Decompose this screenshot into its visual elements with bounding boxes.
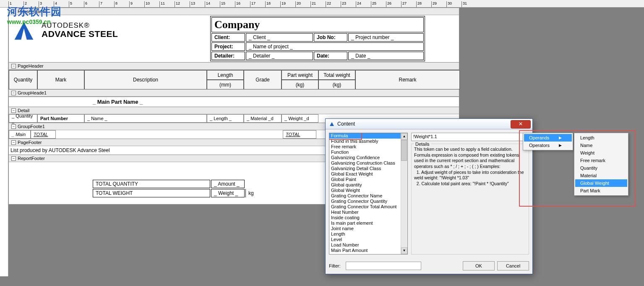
scroll-down-icon[interactable]: ▼ (401, 247, 407, 254)
menu-item[interactable]: Global Weight (575, 179, 627, 187)
col-mark[interactable]: Mark (37, 70, 84, 89)
menu-item[interactable]: Weight (575, 149, 627, 157)
scroll-thumb[interactable] (401, 140, 407, 161)
section-label: ReportFooter (18, 156, 45, 161)
detail-length[interactable]: _ Length _ (207, 114, 244, 123)
list-item[interactable]: Global Weight (329, 188, 407, 193)
col-quantity[interactable]: Quantity (9, 70, 37, 89)
formula-input[interactable]: !Weight*1.1 (411, 133, 529, 141)
detail-weight[interactable]: _ Weight _d (282, 114, 318, 123)
menu-item[interactable]: Length (575, 134, 627, 142)
section-group-header[interactable]: − GroupHeade1 _ Main Part Name _ (9, 89, 459, 107)
list-item[interactable]: Free remark (329, 144, 407, 150)
menu-item[interactable]: Part Mark (575, 187, 627, 194)
section-page-header[interactable]: − PageHeader Quantity Mark Description L… (9, 63, 459, 89)
company-info-table[interactable]: Company Client: _ Client _ Job No: _ Pro… (210, 16, 425, 61)
filter-input[interactable] (346, 262, 421, 270)
list-item[interactable]: Galvanizing Confidence (329, 155, 407, 160)
collapse-icon[interactable]: − (11, 108, 16, 113)
col-totalw[interactable]: Total weight (318, 70, 355, 80)
scroll-up-icon[interactable]: ▲ (401, 133, 407, 140)
date-value[interactable]: _ Date _ (348, 52, 424, 60)
list-item[interactable]: Grating Connector Name (329, 193, 407, 199)
list-item[interactable]: Grating Connector Total Amount (329, 204, 407, 210)
details-group: Details This token can be used to apply … (411, 144, 529, 255)
list-item[interactable]: Found in this assmebly (329, 139, 407, 144)
collapse-icon[interactable]: − (11, 9, 16, 14)
logo-text-2: ADVANCE STEEL (42, 29, 118, 39)
list-item[interactable]: Is main part element (329, 220, 407, 226)
total-qty-value[interactable]: _ Amount _ (211, 180, 245, 188)
list-item[interactable]: Load Number (329, 242, 407, 248)
collapse-icon[interactable]: − (11, 140, 16, 145)
cancel-button[interactable]: Cancel (497, 261, 529, 270)
col-totalw-unit[interactable]: (kg) (318, 80, 355, 89)
client-label: Client: (211, 33, 245, 42)
col-length[interactable]: Length (207, 70, 244, 80)
list-item[interactable]: Global Paint (329, 177, 407, 182)
menu-item[interactable]: Quantity (575, 164, 627, 172)
token-listbox[interactable]: FormulaFound in this assmeblyFree remark… (329, 133, 408, 255)
close-button[interactable]: ✕ (511, 120, 531, 129)
logo-block: AUTODESK® ADVANCE STEEL (12, 18, 118, 42)
list-item[interactable]: Main part attached parts (329, 253, 407, 255)
autodesk-logo-icon (12, 18, 36, 42)
section-bar-group-header[interactable]: − GroupHeade1 (9, 89, 459, 97)
menu-item[interactable]: Name (575, 142, 627, 149)
col-length-unit[interactable]: (mm) (207, 80, 244, 89)
scrollbar[interactable]: ▲ ▼ (401, 133, 407, 254)
detailer-value[interactable]: _ Detailer _ (246, 52, 313, 60)
detail-name[interactable]: _ Name _ (84, 114, 207, 123)
jobno-value[interactable]: _ Project number _ (348, 33, 424, 42)
dialog-titlebar[interactable]: Content ✕ (326, 119, 532, 129)
ok-button[interactable]: OK (463, 261, 495, 270)
gf-total2[interactable]: TOTAL (283, 130, 316, 139)
collapse-icon[interactable]: − (11, 156, 16, 161)
menu-item[interactable]: Free remark (575, 157, 627, 164)
section-bar-page-header[interactable]: − PageHeader (9, 63, 459, 70)
group-header-text[interactable]: _ Main Part Name _ (9, 97, 459, 107)
section-bar-report-header[interactable]: − ReportHeader (9, 8, 459, 15)
collapse-icon[interactable]: − (11, 124, 16, 129)
list-item[interactable]: Inside coating (329, 215, 407, 220)
list-item[interactable]: Function (329, 150, 407, 155)
client-value[interactable]: _ Client _ (246, 33, 313, 42)
vertical-ruler (0, 8, 8, 276)
collapse-icon[interactable]: − (11, 64, 16, 68)
list-item[interactable]: Global Exact Weight (329, 171, 407, 177)
section-report-header[interactable]: − ReportHeader AUTODESK® ADVANCE STEEL C… (9, 8, 459, 63)
list-item[interactable]: Joint name (329, 226, 407, 231)
list-item[interactable]: Formula (329, 133, 407, 139)
list-item[interactable]: Grating Connector Quantity (329, 199, 407, 204)
col-grade[interactable]: Grade (244, 70, 282, 89)
collapse-icon[interactable]: − (11, 91, 16, 95)
totals-table[interactable]: TOTAL QUANTITY _ Amount _ TOTAL WEIGHT _… (92, 179, 263, 198)
section-bar-detail[interactable]: − Detail (9, 107, 459, 114)
list-item[interactable]: Main Part Amount (329, 248, 407, 253)
col-partw[interactable]: Part weight (282, 70, 318, 80)
detail-quantity[interactable]: _ Quantity _ (9, 114, 37, 123)
total-wt-value[interactable]: _ Weight _ (211, 189, 245, 197)
gf-total[interactable]: TOTAL (31, 130, 56, 139)
list-item[interactable]: Length (329, 231, 407, 237)
list-item[interactable]: Galvanizing Detail Class (329, 166, 407, 171)
operands-operators-menu[interactable]: Operands▶Operators▶ (523, 133, 573, 150)
col-description[interactable]: Description (84, 70, 207, 89)
list-item[interactable]: Galvanizing Construction Class (329, 160, 407, 166)
detail-partno[interactable]: Part Number (37, 114, 84, 123)
list-item[interactable]: Heat Number (329, 210, 407, 215)
col-partw-unit[interactable]: (kg) (282, 80, 318, 89)
content-dialog[interactable]: Content ✕ FormulaFound in this assmeblyF… (325, 118, 533, 274)
menu-item-operands[interactable]: Operands▶ (524, 134, 572, 142)
gf-main[interactable]: _ Main (9, 130, 31, 139)
menu-item-operators[interactable]: Operators▶ (524, 142, 572, 149)
list-item[interactable]: Global quantity (329, 182, 407, 188)
project-value[interactable]: _ Name of project _ (246, 42, 424, 51)
project-label: Project: (211, 42, 245, 51)
operands-submenu[interactable]: LengthNameWeightFree remarkQuantityMater… (574, 133, 628, 196)
detail-material[interactable]: _ Material _d (244, 114, 282, 123)
list-item[interactable]: Level (329, 237, 407, 242)
company-title: Company (214, 18, 260, 31)
menu-item[interactable]: Material (575, 172, 627, 179)
col-remark[interactable]: Remark (355, 70, 460, 89)
